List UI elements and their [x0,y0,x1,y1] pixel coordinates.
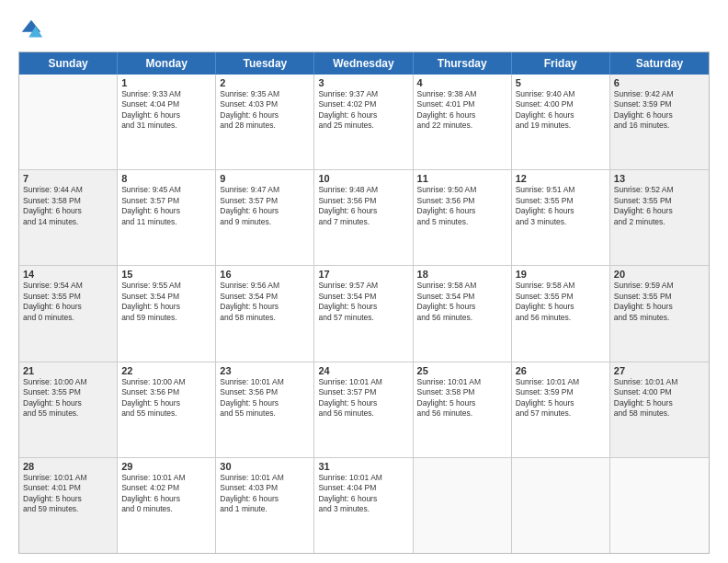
cal-cell [414,458,512,553]
day-number: 26 [516,365,606,376]
cal-cell [512,458,610,553]
cell-info: Sunrise: 10:01 AM Sunset: 3:59 PM Daylig… [516,377,606,419]
cell-info: Sunrise: 10:01 AM Sunset: 3:58 PM Daylig… [417,377,507,419]
day-of-week-saturday: Saturday [610,52,709,75]
cell-info: Sunrise: 10:01 AM Sunset: 4:04 PM Daylig… [318,473,408,515]
day-number: 25 [417,365,507,376]
cell-info: Sunrise: 9:47 AM Sunset: 3:57 PM Dayligh… [220,185,310,227]
cal-cell: 25Sunrise: 10:01 AM Sunset: 3:58 PM Dayl… [414,362,512,457]
day-number: 27 [614,365,705,376]
day-number: 2 [220,77,310,88]
day-number: 12 [516,173,606,184]
week-row-3: 14Sunrise: 9:54 AM Sunset: 3:55 PM Dayli… [19,266,709,362]
day-number: 14 [23,269,113,280]
cell-info: Sunrise: 9:45 AM Sunset: 3:57 PM Dayligh… [121,185,211,227]
day-number: 23 [220,365,310,376]
cal-cell: 9Sunrise: 9:47 AM Sunset: 3:57 PM Daylig… [216,170,314,265]
day-number: 19 [516,269,606,280]
cell-info: Sunrise: 9:48 AM Sunset: 3:56 PM Dayligh… [318,185,408,227]
cell-info: Sunrise: 9:52 AM Sunset: 3:55 PM Dayligh… [614,185,705,227]
day-number: 9 [220,173,310,184]
cell-info: Sunrise: 9:55 AM Sunset: 3:54 PM Dayligh… [121,281,211,323]
cal-cell: 10Sunrise: 9:48 AM Sunset: 3:56 PM Dayli… [314,170,413,265]
cal-cell: 24Sunrise: 10:01 AM Sunset: 3:57 PM Dayl… [314,362,413,457]
cal-cell: 26Sunrise: 10:01 AM Sunset: 3:59 PM Dayl… [512,362,610,457]
day-number: 6 [614,77,705,88]
cell-info: Sunrise: 9:54 AM Sunset: 3:55 PM Dayligh… [23,281,113,323]
day-number: 5 [516,77,606,88]
day-of-week-friday: Friday [512,52,610,75]
week-row-1: 1Sunrise: 9:33 AM Sunset: 4:04 PM Daylig… [19,75,709,170]
cell-info: Sunrise: 10:01 AM Sunset: 3:57 PM Daylig… [318,377,408,419]
cell-info: Sunrise: 9:51 AM Sunset: 3:55 PM Dayligh… [516,185,606,227]
cal-cell: 16Sunrise: 9:56 AM Sunset: 3:54 PM Dayli… [216,266,314,361]
day-number: 24 [318,365,408,376]
day-number: 31 [318,461,408,472]
cell-info: Sunrise: 9:33 AM Sunset: 4:04 PM Dayligh… [121,89,211,132]
cal-cell: 4Sunrise: 9:38 AM Sunset: 4:01 PM Daylig… [414,75,512,169]
cal-cell: 31Sunrise: 10:01 AM Sunset: 4:04 PM Dayl… [314,458,413,553]
calendar-body: 1Sunrise: 9:33 AM Sunset: 4:04 PM Daylig… [19,75,709,553]
cal-cell: 15Sunrise: 9:55 AM Sunset: 3:54 PM Dayli… [118,266,216,361]
day-number: 11 [417,173,507,184]
cell-info: Sunrise: 10:01 AM Sunset: 4:01 PM Daylig… [23,473,113,515]
cell-info: Sunrise: 9:44 AM Sunset: 3:58 PM Dayligh… [23,185,113,227]
day-number: 3 [318,77,408,88]
cal-cell: 21Sunrise: 10:00 AM Sunset: 3:55 PM Dayl… [19,362,118,457]
cal-cell: 19Sunrise: 9:58 AM Sunset: 3:55 PM Dayli… [512,266,610,361]
cal-cell [19,75,118,169]
day-of-week-wednesday: Wednesday [314,52,413,75]
cell-info: Sunrise: 9:59 AM Sunset: 3:55 PM Dayligh… [614,281,705,323]
cal-cell: 1Sunrise: 9:33 AM Sunset: 4:04 PM Daylig… [118,75,216,169]
cal-cell: 3Sunrise: 9:37 AM Sunset: 4:02 PM Daylig… [314,75,413,169]
day-of-week-sunday: Sunday [19,52,118,75]
day-number: 4 [417,77,507,88]
cell-info: Sunrise: 9:58 AM Sunset: 3:54 PM Dayligh… [417,281,507,323]
cell-info: Sunrise: 10:01 AM Sunset: 4:00 PM Daylig… [614,377,705,419]
cal-cell: 5Sunrise: 9:40 AM Sunset: 4:00 PM Daylig… [512,75,610,169]
cell-info: Sunrise: 9:38 AM Sunset: 4:01 PM Dayligh… [417,89,507,132]
day-number: 22 [121,365,211,376]
cal-cell: 18Sunrise: 9:58 AM Sunset: 3:54 PM Dayli… [414,266,512,361]
header [18,17,710,42]
cell-info: Sunrise: 9:57 AM Sunset: 3:54 PM Dayligh… [318,281,408,323]
cal-cell: 13Sunrise: 9:52 AM Sunset: 3:55 PM Dayli… [610,170,709,265]
calendar-border: SundayMondayTuesdayWednesdayThursdayFrid… [18,52,710,554]
cal-cell: 17Sunrise: 9:57 AM Sunset: 3:54 PM Dayli… [314,266,413,361]
cal-cell: 6Sunrise: 9:42 AM Sunset: 3:59 PM Daylig… [610,75,709,169]
day-number: 13 [614,173,705,184]
day-number: 16 [220,269,310,280]
cal-cell: 29Sunrise: 10:01 AM Sunset: 4:02 PM Dayl… [118,458,216,553]
week-row-2: 7Sunrise: 9:44 AM Sunset: 3:58 PM Daylig… [19,170,709,266]
calendar-header: SundayMondayTuesdayWednesdayThursdayFrid… [19,52,709,75]
calendar: SundayMondayTuesdayWednesdayThursdayFrid… [18,52,710,554]
cal-cell: 30Sunrise: 10:01 AM Sunset: 4:03 PM Dayl… [216,458,314,553]
cell-info: Sunrise: 9:40 AM Sunset: 4:00 PM Dayligh… [516,89,606,132]
day-number: 15 [121,269,211,280]
cal-cell [610,458,709,553]
cell-info: Sunrise: 9:42 AM Sunset: 3:59 PM Dayligh… [614,89,705,132]
cal-cell: 7Sunrise: 9:44 AM Sunset: 3:58 PM Daylig… [19,170,118,265]
cal-cell: 27Sunrise: 10:01 AM Sunset: 4:00 PM Dayl… [610,362,709,457]
day-number: 10 [318,173,408,184]
day-of-week-thursday: Thursday [414,52,512,75]
cell-info: Sunrise: 10:00 AM Sunset: 3:55 PM Daylig… [23,377,113,419]
cal-cell: 23Sunrise: 10:01 AM Sunset: 3:56 PM Dayl… [216,362,314,457]
cell-info: Sunrise: 9:35 AM Sunset: 4:03 PM Dayligh… [220,89,310,132]
cal-cell: 22Sunrise: 10:00 AM Sunset: 3:56 PM Dayl… [118,362,216,457]
day-number: 7 [23,173,113,184]
cal-cell: 2Sunrise: 9:35 AM Sunset: 4:03 PM Daylig… [216,75,314,169]
day-number: 8 [121,173,211,184]
day-number: 1 [121,77,211,88]
day-number: 29 [121,461,211,472]
cal-cell: 8Sunrise: 9:45 AM Sunset: 3:57 PM Daylig… [118,170,216,265]
week-row-5: 28Sunrise: 10:01 AM Sunset: 4:01 PM Dayl… [19,458,709,553]
day-number: 18 [417,269,507,280]
cell-info: Sunrise: 9:37 AM Sunset: 4:02 PM Dayligh… [318,89,408,132]
cell-info: Sunrise: 9:56 AM Sunset: 3:54 PM Dayligh… [220,281,310,323]
day-number: 20 [614,269,705,280]
logo [18,17,48,42]
cell-info: Sunrise: 10:01 AM Sunset: 4:02 PM Daylig… [121,473,211,515]
day-number: 17 [318,269,408,280]
cell-info: Sunrise: 10:00 AM Sunset: 3:56 PM Daylig… [121,377,211,419]
